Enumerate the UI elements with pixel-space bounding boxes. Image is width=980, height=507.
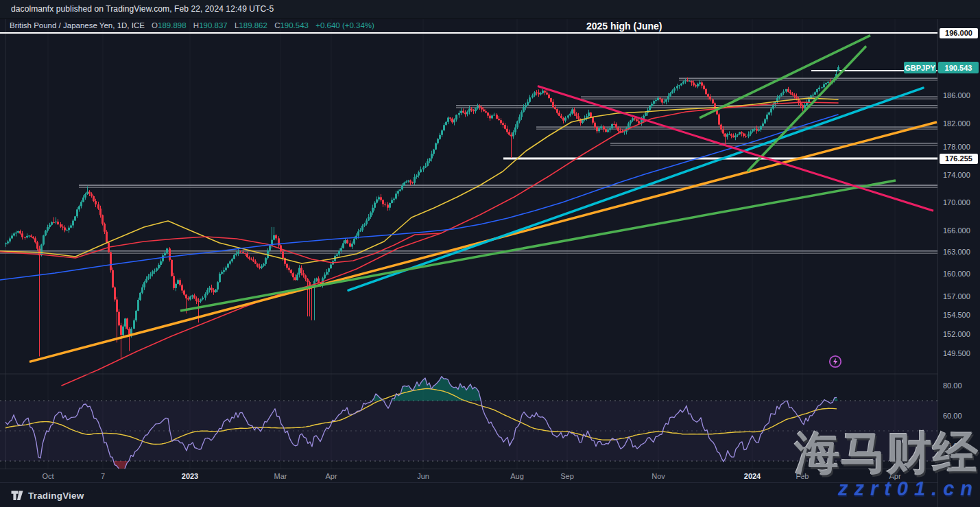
high-value: 190.837 [199,21,228,30]
price-axis[interactable]: 196.000186.000182.000178.000176.255174.0… [937,19,980,507]
price-axis-label: 166.000 [943,226,970,235]
price-axis-label: 174.000 [943,171,970,179]
time-axis-label: 2024 [744,472,761,480]
time-axis-label: 2023 [182,472,198,480]
sr-bands [0,78,937,253]
ma-line-red_fast [0,233,441,263]
time-axis-label: Oct [42,472,53,480]
trendline-green-support-long [180,180,896,311]
flash-icon[interactable] [828,354,843,369]
tradingview-logo-icon [11,491,24,501]
price-axis-label: 163.000 [943,248,970,256]
price-axis-label: 60.00 [943,412,962,420]
time-axis-label: Feb [796,472,809,480]
annotation-title: 2025 high (June) [586,21,662,32]
symbol-price-label: GBPJPY [904,62,936,73]
symbol-title: British Pound / Japanese Yen, 1D, ICE [10,21,145,30]
price-axis-label: 154.500 [943,311,970,319]
change-value: +0.640 (+0.34%) [315,21,374,30]
open-label: O [152,21,158,30]
time-axis-label: Nov [652,472,665,480]
price-axis-label: 160.000 [943,270,970,278]
tradingview-logo-text: TradingView [28,491,84,501]
ma-line-blue [0,115,838,280]
tradingview-snapshot: dacolmanfx published on TradingView.com,… [0,0,980,507]
price-axis-label: 152.000 [943,330,970,338]
published-text: dacolmanfx published on TradingView.com,… [11,4,274,14]
bottom-bar: TradingView [0,482,980,507]
symbol-legend[interactable]: British Pound / Japanese Yen, 1D, ICE O1… [10,21,374,30]
rsi-band-fill [0,401,937,461]
price-axis-label: 170.000 [943,198,970,207]
time-axis-label: 7 [101,472,105,480]
published-bar: dacolmanfx published on TradingView.com,… [0,0,980,19]
time-axis-label: Mar [274,472,287,480]
price-axis-label: 40.00 [943,442,962,450]
price-axis-label: 178.000 [943,143,970,151]
time-axis-label: Apr [325,472,337,480]
time-axis-label: Aug [510,472,524,480]
price-axis-label: 157.000 [943,292,970,300]
high-label: H [193,21,199,30]
price-axis-label: 186.000 [943,91,970,99]
trendline-drawings[interactable] [29,36,937,362]
open-value: 189.898 [158,21,187,30]
time-axis-label: Jun [417,472,429,480]
price-axis-label: 196.000 [940,28,978,38]
price-axis-label: 80.00 [943,381,962,390]
tradingview-logo[interactable]: TradingView [11,491,84,501]
time-axis[interactable]: Oct72023MarAprJunAugSepNov2024FebApr [0,469,937,483]
time-axis-label: Apr [889,472,900,480]
chart-canvas[interactable] [0,0,980,507]
last-price-badge: 190.543 [938,62,979,73]
time-axis-label: Sep [560,472,574,480]
low-value: 189.862 [239,21,267,30]
price-axis-label: 182.000 [943,119,970,128]
close-value: 190.543 [280,21,309,30]
price-axis-label: 176.255 [940,154,978,164]
price-axis-label: 149.500 [943,349,970,357]
